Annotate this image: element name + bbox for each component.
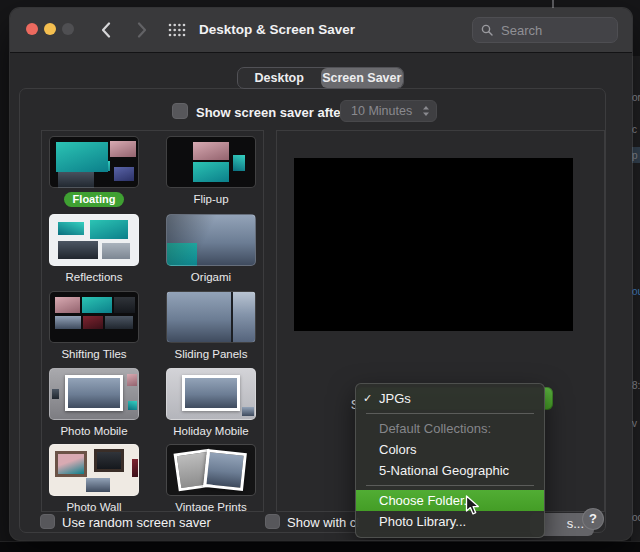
chevron-right-icon bbox=[137, 22, 147, 38]
saver-name: Photo Wall bbox=[41, 500, 149, 512]
photo-mobile-thumbnail[interactable] bbox=[49, 368, 139, 420]
background-text-fragment: on bbox=[632, 92, 640, 103]
screensaver-preview bbox=[294, 158, 573, 331]
background-text-fragment: p bbox=[632, 150, 638, 161]
menu-separator bbox=[356, 409, 544, 418]
menu-item-label: Choose Folder... bbox=[379, 493, 474, 508]
saver-name: Floating bbox=[41, 192, 149, 207]
saver-item-shifting-tiles[interactable]: Shifting Tiles bbox=[41, 291, 149, 361]
show-all-grid-icon[interactable] bbox=[168, 23, 186, 41]
origami-thumbnail[interactable] bbox=[166, 214, 256, 266]
saver-item-flipup[interactable]: Flip-up bbox=[156, 136, 264, 206]
saver-name: Shifting Tiles bbox=[41, 347, 149, 361]
saver-name: Photo Mobile bbox=[41, 424, 149, 438]
menu-section-header: Default Collections: bbox=[356, 418, 544, 439]
saver-item-reflections[interactable]: Reflections bbox=[41, 214, 149, 284]
reflections-thumbnail[interactable] bbox=[49, 214, 139, 266]
saver-item-origami[interactable]: Origami bbox=[156, 214, 264, 284]
source-menu: ✓JPGsDefault Collections:Colors5-Nationa… bbox=[355, 383, 545, 538]
tab-desktop[interactable]: Desktop bbox=[238, 68, 321, 88]
search-field[interactable] bbox=[472, 17, 618, 43]
desktop-screensaver-window: Desktop & Screen Saver Desktop Screen Sa… bbox=[10, 8, 632, 540]
minimize-button[interactable] bbox=[44, 23, 56, 35]
saver-item-holiday-mobile[interactable]: Holiday Mobile bbox=[156, 368, 264, 438]
window-title: Desktop & Screen Saver bbox=[199, 8, 355, 52]
chevron-left-icon bbox=[101, 22, 111, 38]
saver-item-floating[interactable]: Floating bbox=[41, 136, 149, 207]
close-button[interactable] bbox=[26, 23, 38, 35]
tab-screen-saver[interactable]: Screen Saver bbox=[321, 68, 404, 88]
search-icon bbox=[481, 24, 493, 36]
holiday-mobile-thumbnail[interactable] bbox=[166, 368, 256, 420]
forward-button bbox=[132, 20, 152, 40]
shifting-tiles-thumbnail[interactable] bbox=[49, 291, 139, 343]
background-text-fragment: oc bbox=[632, 512, 640, 523]
screensaver-list[interactable]: FloatingFlip-upReflectionsOrigamiShiftin… bbox=[41, 130, 264, 512]
background-text-fragment: v bbox=[632, 418, 637, 429]
menu-item-label: JPGs bbox=[379, 391, 411, 406]
mouse-cursor bbox=[465, 495, 480, 520]
tab-bar: Desktop Screen Saver bbox=[237, 67, 404, 89]
menu-item-choose-folder[interactable]: Choose Folder... bbox=[356, 490, 544, 511]
saver-item-vintage-prints[interactable]: Vintage Prints bbox=[156, 444, 264, 512]
saver-item-photo-mobile[interactable]: Photo Mobile bbox=[41, 368, 149, 438]
flipup-thumbnail[interactable] bbox=[166, 136, 256, 188]
background-window-sliver: oncpou8:voc bbox=[631, 56, 640, 542]
menu-item-jpgs[interactable]: ✓JPGs bbox=[356, 388, 544, 409]
background-text-fragment: ou bbox=[632, 286, 640, 297]
menu-item-label: 5-National Geographic bbox=[379, 463, 509, 478]
background-text-fragment: 8: bbox=[632, 380, 640, 391]
saver-name: Sliding Panels bbox=[156, 347, 264, 361]
saver-item-sliding-panels[interactable]: Sliding Panels bbox=[156, 291, 264, 361]
search-input[interactable] bbox=[499, 22, 609, 39]
saver-name: Flip-up bbox=[156, 192, 264, 206]
checkmark-icon: ✓ bbox=[363, 388, 372, 409]
desktop-bottom-strip bbox=[0, 541, 640, 552]
menu-item-label: Colors bbox=[379, 442, 417, 457]
vintage-prints-thumbnail[interactable] bbox=[166, 444, 256, 496]
photo-wall-thumbnail[interactable] bbox=[49, 444, 139, 496]
floating-thumbnail[interactable] bbox=[49, 136, 139, 188]
zoom-button bbox=[62, 23, 74, 35]
selected-saver-pill: Floating bbox=[64, 192, 125, 207]
saver-name: Reflections bbox=[41, 270, 149, 284]
back-button[interactable] bbox=[96, 20, 116, 40]
menu-item-photo-library[interactable]: Photo Library... bbox=[356, 511, 544, 532]
menu-item-colors[interactable]: Colors bbox=[356, 439, 544, 460]
title-bar: Desktop & Screen Saver bbox=[10, 8, 632, 53]
saver-item-photo-wall[interactable]: Photo Wall bbox=[41, 444, 149, 512]
saver-name: Origami bbox=[156, 270, 264, 284]
menu-separator bbox=[356, 481, 544, 490]
help-button[interactable]: ? bbox=[582, 508, 604, 530]
sliding-panels-thumbnail[interactable] bbox=[166, 291, 256, 343]
saver-name: Holiday Mobile bbox=[156, 424, 264, 438]
saver-name: Vintage Prints bbox=[156, 500, 264, 512]
menu-item-5-national-geographic[interactable]: 5-National Geographic bbox=[356, 460, 544, 481]
menu-item-label: Photo Library... bbox=[379, 514, 466, 529]
background-text-fragment: c bbox=[632, 124, 637, 135]
